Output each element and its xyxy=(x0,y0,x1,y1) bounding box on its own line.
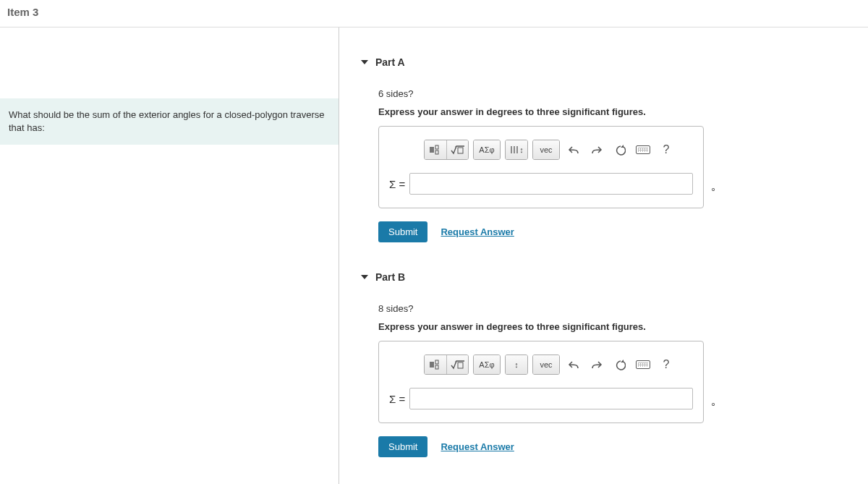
svg-rect-2 xyxy=(435,150,438,154)
unit-degree: ∘ xyxy=(710,183,716,194)
part-b-request-answer-link[interactable]: Request Answer xyxy=(441,441,514,452)
svg-text:x: x xyxy=(455,145,457,149)
subscript-button[interactable]: ↕ xyxy=(506,140,527,159)
part-b-answer-box: x ΑΣφ ↕ vec xyxy=(378,341,704,423)
vec-group: vec xyxy=(532,354,560,375)
undo-icon[interactable] xyxy=(564,140,583,159)
keyboard-icon[interactable] xyxy=(634,355,652,374)
caret-down-icon xyxy=(361,275,368,279)
part-a-instruction: Express your answer in degrees to three … xyxy=(378,106,846,117)
svg-rect-1 xyxy=(435,145,438,149)
templates-button[interactable] xyxy=(425,355,446,374)
reset-icon[interactable] xyxy=(610,140,629,159)
right-pane: Part A 6 sides? Express your answer in d… xyxy=(339,27,868,484)
part-a-title: Part A xyxy=(375,56,405,68)
part-a-answer-input[interactable] xyxy=(409,173,693,195)
part-b-header[interactable]: Part B xyxy=(361,271,846,283)
greek-button[interactable]: ΑΣφ xyxy=(474,140,500,159)
help-icon[interactable]: ? xyxy=(657,140,676,159)
part-b-submit-button[interactable]: Submit xyxy=(378,436,427,457)
left-pane: What should be the sum of the exterior a… xyxy=(0,27,339,484)
part-b-actions: Submit Request Answer xyxy=(378,436,846,457)
part-b-answer-input[interactable] xyxy=(409,388,693,409)
part-b: Part B 8 sides? Express your answer in d… xyxy=(361,271,846,457)
subscript-group: ↕ xyxy=(505,354,528,375)
svg-rect-6 xyxy=(435,360,438,364)
svg-text:x: x xyxy=(455,360,457,364)
subscript-group: ↕ xyxy=(505,140,528,160)
templates-group: x xyxy=(424,354,469,375)
help-icon[interactable]: ? xyxy=(657,355,676,374)
sigma-prefix: Σ = xyxy=(389,178,405,190)
part-a-actions: Submit Request Answer xyxy=(378,221,846,242)
part-a-submit-button[interactable]: Submit xyxy=(378,221,427,242)
unit-degree: ∘ xyxy=(710,398,716,409)
svg-rect-3 xyxy=(458,148,463,153)
caret-down-icon xyxy=(361,60,368,64)
symbols-group: ΑΣφ xyxy=(473,140,501,160)
svg-rect-7 xyxy=(435,365,438,369)
part-a-header[interactable]: Part A xyxy=(361,56,846,68)
redo-icon[interactable] xyxy=(587,140,606,159)
keyboard-icon[interactable] xyxy=(634,140,652,159)
page-title: Item 3 xyxy=(0,0,868,27)
part-b-toolbar: x ΑΣφ ↕ vec xyxy=(424,354,693,375)
part-b-subquestion: 8 sides? xyxy=(378,303,846,314)
part-b-instruction: Express your answer in degrees to three … xyxy=(378,321,846,332)
templates-button[interactable] xyxy=(425,140,446,159)
part-a-answer-box: x ΑΣφ ↕ vec xyxy=(378,126,704,208)
sqrt-button[interactable]: x xyxy=(446,140,468,159)
svg-rect-0 xyxy=(430,147,434,153)
reset-icon[interactable] xyxy=(610,355,629,374)
vec-button[interactable]: vec xyxy=(533,140,559,159)
svg-rect-5 xyxy=(430,362,434,368)
part-b-body: 8 sides? Express your answer in degrees … xyxy=(361,303,846,457)
part-a-answer-row: Σ = xyxy=(389,173,693,195)
part-a-request-answer-link[interactable]: Request Answer xyxy=(441,226,514,237)
part-a-toolbar: x ΑΣφ ↕ vec xyxy=(424,140,693,160)
part-a-body: 6 sides? Express your answer in degrees … xyxy=(361,88,846,242)
symbols-group: ΑΣφ xyxy=(473,354,501,375)
part-a: Part A 6 sides? Express your answer in d… xyxy=(361,56,846,242)
vec-group: vec xyxy=(532,140,560,160)
part-b-answer-row: Σ = xyxy=(389,388,693,409)
subscript-button[interactable]: ↕ xyxy=(506,355,527,374)
content: What should be the sum of the exterior a… xyxy=(0,27,868,484)
sigma-prefix: Σ = xyxy=(389,393,405,405)
undo-icon[interactable] xyxy=(564,355,583,374)
part-b-title: Part B xyxy=(375,271,405,283)
vec-button[interactable]: vec xyxy=(533,355,559,374)
part-a-subquestion: 6 sides? xyxy=(378,88,846,99)
templates-group: x xyxy=(424,140,469,160)
greek-button[interactable]: ΑΣφ xyxy=(474,355,500,374)
svg-rect-8 xyxy=(458,362,463,368)
sqrt-button[interactable]: x xyxy=(446,355,468,374)
question-prompt: What should be the sum of the exterior a… xyxy=(0,98,339,145)
redo-icon[interactable] xyxy=(587,355,606,374)
